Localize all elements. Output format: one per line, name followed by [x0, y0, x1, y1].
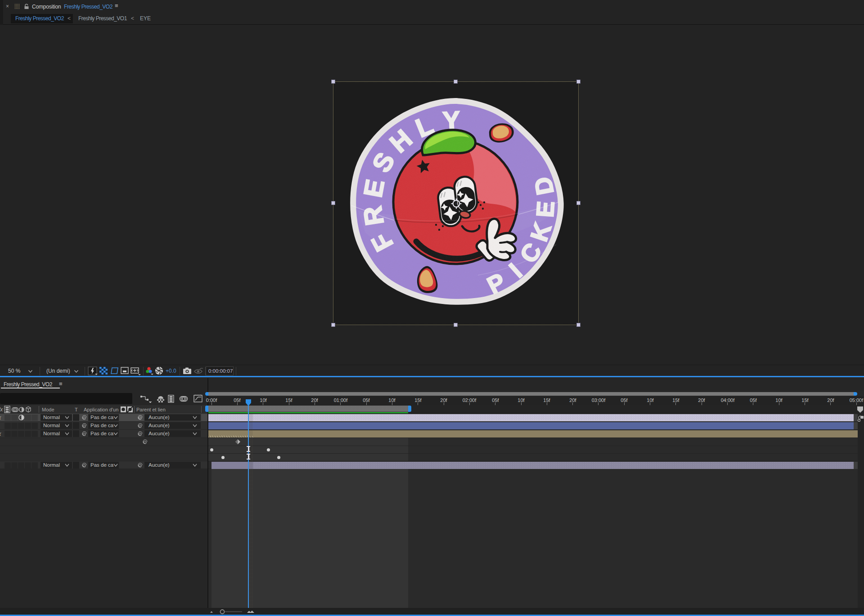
svg-text:fx: fx — [0, 406, 3, 413]
